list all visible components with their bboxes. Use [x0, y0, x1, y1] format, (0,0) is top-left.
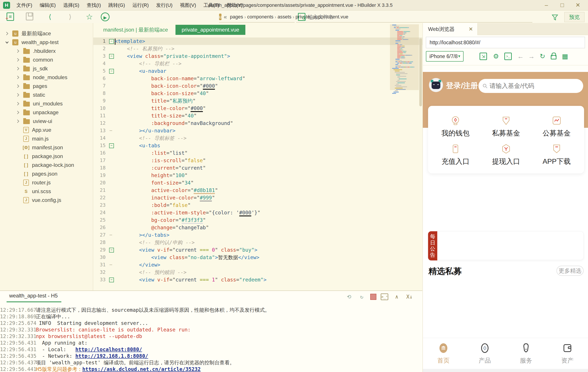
code-line[interactable]: 26 @change="changeTab"	[93, 224, 422, 231]
chevron-right-icon[interactable]	[15, 110, 21, 115]
code-line[interactable]: 21 active-color="#d8b181"	[93, 186, 422, 194]
code-line[interactable]: 17 :is-scroll="false"	[93, 157, 422, 164]
code-line[interactable]: 20 font-size="34"	[93, 179, 422, 186]
fold-marker-icon[interactable]	[109, 142, 115, 149]
chevron-right-icon[interactable]	[15, 66, 21, 71]
chevron-right-icon[interactable]	[15, 75, 21, 80]
settings-gear-icon[interactable]: ⚙	[492, 52, 500, 61]
code-line[interactable]: 7 back-icon-color="#000"	[93, 82, 422, 90]
tree-item[interactable]: uview-ui	[0, 117, 93, 126]
quick-entry-wallet[interactable]: 我的钱包	[430, 112, 481, 141]
quick-entry-shield-drop[interactable]: 私募基金	[481, 112, 532, 141]
qrcode-icon[interactable]: ▦	[561, 52, 569, 61]
tree-item[interactable]: u最新前端ace	[0, 29, 93, 38]
navigate-forward-icon[interactable]: ⟩	[66, 12, 74, 21]
code-line[interactable]: 3 <view class="private-appointment">	[93, 52, 422, 60]
unlock-icon[interactable]	[551, 55, 556, 59]
code-line[interactable]: 32 <!-- 预约赎回 -->	[93, 269, 422, 276]
console-link[interactable]: https://ask.dcloud.net.cn/article/35232	[82, 366, 201, 372]
code-line[interactable]: 19 height="100"	[93, 172, 422, 179]
browser-back-icon[interactable]: ←	[516, 52, 525, 61]
devtools-console-icon[interactable]: >_	[504, 53, 512, 60]
chevron-down-icon[interactable]	[4, 40, 10, 45]
tree-item[interactable]: Jrouter.js	[0, 178, 93, 187]
tree-item[interactable]: [ ]package.json	[0, 152, 93, 161]
code-line[interactable]: 15 <u-tabs	[93, 142, 422, 149]
browser-forward-icon[interactable]: →	[527, 52, 536, 61]
tree-item[interactable]: Jvue.config.js	[0, 196, 93, 205]
code-line[interactable]: 13 ></u-navbar>	[93, 127, 422, 134]
code-line[interactable]: 16 :list="list"	[93, 149, 422, 157]
favorite-star-icon[interactable]: ☆	[85, 12, 94, 21]
editor-tab-manifest[interactable]: manifest.json | 最新前端ace	[103, 23, 168, 37]
code-line[interactable]: 12 :background="navBackground"	[93, 120, 422, 127]
editor-tab-active[interactable]: private_appointment.vue	[176, 25, 245, 35]
tree-item[interactable]: pages	[0, 82, 93, 90]
chevron-right-icon[interactable]	[15, 101, 21, 106]
tree-item[interactable]: [ ]pages.json	[0, 169, 93, 178]
fund-search-bar[interactable]: ⚲	[478, 79, 583, 93]
code-line[interactable]: 4 <!-- 导航栏 -->	[93, 60, 422, 67]
tab-asset[interactable]: 资产	[547, 338, 588, 369]
tree-item[interactable]: VApp.vue	[0, 126, 93, 134]
chevron-right-icon[interactable]	[15, 119, 21, 124]
code-line[interactable]: 30 <view class="no-data">暂无数据</view>	[93, 254, 422, 261]
code-line[interactable]: 23 :bold="false"	[93, 201, 422, 209]
code-line[interactable]: 6 back-icon-name="arrow-leftward"	[93, 75, 422, 82]
tab-service[interactable]: 服务	[505, 338, 547, 369]
code-line[interactable]: 11 title-size="40"	[93, 112, 422, 120]
stop-icon[interactable]	[370, 294, 376, 300]
console-link[interactable]: http://192.168.1.8:8080/	[75, 353, 148, 359]
navigate-back-icon[interactable]: ⟨	[46, 12, 54, 21]
quick-entry-chart[interactable]: 公募基金	[531, 112, 582, 141]
code-line[interactable]: 14 <!-- 导航标签 -->	[93, 134, 422, 142]
code-line[interactable]: 8 back-icon-size="40"	[93, 90, 422, 97]
tree-item[interactable]: common	[0, 55, 93, 64]
menu-item-6[interactable]: 发行(U)	[152, 0, 176, 11]
minimize-button[interactable]: –	[538, 0, 554, 11]
code-line[interactable]: 27 ></u-tabs>	[93, 231, 422, 239]
fold-marker-icon[interactable]	[109, 52, 115, 60]
filter-funnel-icon[interactable]	[551, 13, 559, 21]
breadcrumb-collapse-icon[interactable]: «	[224, 14, 227, 20]
file-search-input[interactable]	[308, 14, 532, 20]
tree-item[interactable]: [⚙]manifest.json	[0, 143, 93, 152]
tree-item[interactable]: [ ]package-lock.json	[0, 161, 93, 169]
menu-item-3[interactable]: 查找(I)	[83, 0, 105, 11]
breadcrumb-segment[interactable]: pages	[229, 14, 244, 20]
fold-marker-icon[interactable]	[109, 276, 115, 284]
fold-marker-icon[interactable]	[109, 37, 115, 45]
browser-tab[interactable]: Web浏览器 ✕	[423, 23, 478, 35]
code-line[interactable]: 31 </view>	[93, 261, 422, 269]
quick-entry-badge-download[interactable]: APP下载	[531, 141, 582, 169]
tree-item[interactable]: uni_modules	[0, 99, 93, 108]
collapse-panel-icon[interactable]: ∧	[393, 293, 401, 301]
url-input[interactable]	[426, 37, 585, 48]
new-terminal-icon[interactable]: >_⁺	[381, 294, 388, 300]
code-line[interactable]: 1<template>	[93, 37, 422, 45]
tree-item[interactable]: node_modules	[0, 73, 93, 82]
restart-icon[interactable]: ↻	[357, 293, 366, 301]
close-button[interactable]: ✕	[570, 0, 586, 11]
code-line[interactable]: 10 title-color="#000"	[93, 105, 422, 112]
tree-item[interactable]: js_sdk	[0, 64, 93, 73]
menu-item-4[interactable]: 跳转(G)	[105, 0, 129, 11]
code-line[interactable]: 24 :active-item-style="{color: '#000'}"	[93, 209, 422, 216]
browser-tab-close-icon[interactable]: ✕	[469, 23, 473, 35]
fold-marker-icon[interactable]	[109, 67, 115, 75]
tree-item[interactable]: uwealth_app-test	[0, 38, 93, 47]
menu-item-5[interactable]: 运行(R)	[129, 0, 152, 11]
code-line[interactable]: 22 inactive-color="#999"	[93, 194, 422, 201]
code-line[interactable]: 33 <view v-if="current === 1" class="red…	[93, 276, 422, 284]
tree-item[interactable]: unpackage	[0, 108, 93, 117]
menu-item-0[interactable]: 文件(F)	[13, 0, 36, 11]
breadcrumb-segment[interactable]: components	[246, 14, 275, 20]
preview-button[interactable]: 预览	[564, 12, 585, 22]
chevron-right-icon[interactable]	[15, 48, 21, 54]
chevron-right-icon[interactable]	[15, 57, 21, 63]
reload-log-icon[interactable]: ⟲	[345, 293, 353, 301]
menu-item-1[interactable]: 编辑(E)	[36, 0, 59, 11]
tree-item[interactable]: static	[0, 90, 93, 99]
chevron-right-icon[interactable]	[4, 31, 10, 36]
code-area[interactable]: 1<template>2 <!-- 私募预约 -->3 <view class=…	[93, 37, 422, 290]
